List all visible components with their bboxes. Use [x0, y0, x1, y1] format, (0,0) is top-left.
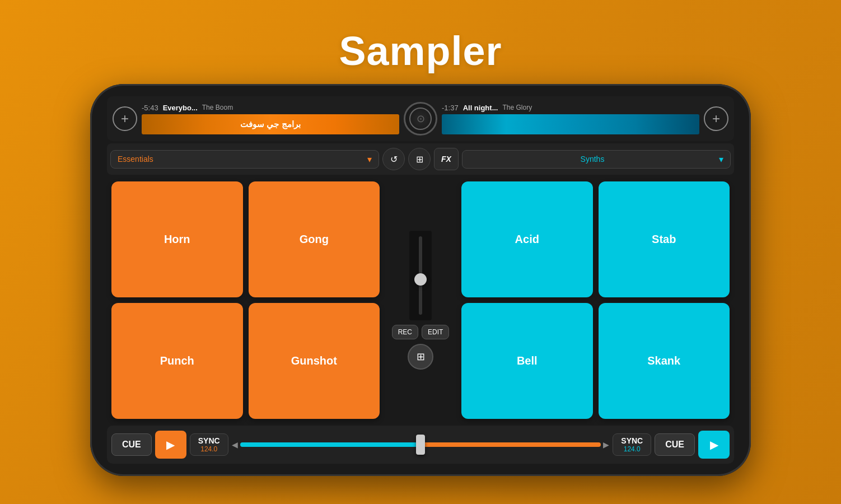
- waveform-right: [442, 114, 699, 134]
- pad-bell[interactable]: Bell: [461, 303, 593, 419]
- sync-left-value: 124.0: [200, 445, 217, 453]
- crossfader-thumb: [416, 435, 425, 455]
- add-left-button[interactable]: +: [113, 106, 137, 131]
- crossfader-left-fill: [240, 442, 421, 447]
- arabic-text: برامج جي سوفت: [240, 119, 300, 129]
- deck-left-artist: The Boom: [202, 104, 233, 111]
- pad-gunshot[interactable]: Gunshot: [249, 303, 380, 419]
- add-right-button[interactable]: +: [704, 106, 728, 131]
- refresh-button[interactable]: ↺: [382, 148, 405, 170]
- app-title: Sampler: [339, 28, 502, 74]
- play-right-button[interactable]: ▶: [698, 431, 730, 459]
- pad-stab-label: Stab: [652, 233, 676, 246]
- pad-horn[interactable]: Horn: [111, 181, 243, 297]
- pad-gunshot-label: Gunshot: [291, 354, 337, 367]
- rec-label: REC: [398, 328, 412, 336]
- fx-label: FX: [441, 155, 451, 164]
- mixer-icon: ⊞: [416, 154, 423, 165]
- deck-left-time: -5:43: [142, 104, 158, 112]
- top-deck: + -5:43 Everybo... The Boom برامج جي سوف…: [107, 96, 734, 141]
- center-controls: REC EDIT ⊞: [384, 177, 457, 423]
- controls-row: Essentials ▾ ↺ ⊞ FX Synths ▾: [107, 143, 734, 175]
- deck-right-artist: The Glory: [502, 104, 532, 111]
- cue-left-label: CUE: [122, 440, 141, 449]
- refresh-icon: ↺: [390, 154, 398, 165]
- deck-right: -1:37 All night... The Glory: [442, 104, 699, 134]
- cue-left-button[interactable]: CUE: [111, 433, 152, 456]
- deck-right-track: All night...: [463, 104, 498, 112]
- pad-acid[interactable]: Acid: [461, 181, 593, 297]
- sync-right-value: 124.0: [624, 445, 641, 453]
- vertical-slider[interactable]: [409, 231, 432, 320]
- crossfader-right-arrow-icon: ▶: [603, 440, 609, 449]
- pad-gong[interactable]: Gong: [249, 181, 380, 297]
- pad-horn-label: Horn: [164, 233, 190, 246]
- sync-left-label: SYNC: [198, 436, 220, 445]
- phone-device: + -5:43 Everybo... The Boom برامج جي سوف…: [90, 84, 751, 476]
- essentials-arrow-icon: ▾: [367, 154, 372, 165]
- rec-edit-row: REC EDIT: [392, 325, 450, 339]
- grid-icon: ⊞: [417, 351, 425, 363]
- pad-skank-label: Skank: [647, 354, 680, 367]
- synths-arrow-icon: ▾: [719, 154, 723, 165]
- play-left-button[interactable]: ▶: [155, 431, 186, 459]
- vertical-slider-track: [419, 236, 422, 315]
- sync-right-label: SYNC: [621, 436, 643, 445]
- crossfader-track[interactable]: [240, 442, 601, 447]
- sync-left-button[interactable]: SYNC 124.0: [190, 433, 228, 456]
- cue-right-label: CUE: [665, 440, 684, 449]
- main-content: Horn Gong Punch Gunshot REC: [107, 177, 734, 423]
- deck-left-info: -5:43 Everybo... The Boom: [142, 104, 399, 112]
- edit-button[interactable]: EDIT: [422, 325, 449, 339]
- sync-right-button[interactable]: SYNC 124.0: [613, 433, 651, 456]
- synths-dropdown[interactable]: Synths ▾: [462, 150, 731, 169]
- crossfader-left-arrow-icon: ◀: [232, 440, 238, 449]
- vertical-slider-thumb: [414, 273, 427, 286]
- pad-stab[interactable]: Stab: [599, 181, 730, 297]
- waveform-overlay: برامج جي سوفت: [142, 114, 399, 134]
- mixer-button[interactable]: ⊞: [408, 148, 431, 170]
- essentials-label: Essentials: [118, 155, 153, 164]
- crossfader-right-fill: [421, 442, 601, 447]
- pads-right: Acid Stab Bell Skank: [457, 177, 734, 423]
- play-right-icon: ▶: [710, 438, 718, 451]
- dj-logo-inner: ⊙: [409, 108, 432, 130]
- pads-left: Horn Gong Punch Gunshot: [107, 177, 384, 423]
- pad-punch-label: Punch: [160, 354, 194, 367]
- play-left-icon: ▶: [166, 438, 175, 451]
- synths-label: Synths: [469, 155, 716, 164]
- pad-bell-label: Bell: [517, 354, 538, 367]
- deck-left: -5:43 Everybo... The Boom برامج جي سوفت: [142, 104, 399, 134]
- pad-gong-label: Gong: [300, 233, 329, 246]
- bottom-transport: CUE ▶ SYNC 124.0 ◀ ▶ SYNC 124.0 CU: [107, 426, 734, 464]
- pad-skank[interactable]: Skank: [599, 303, 730, 419]
- dj-logo[interactable]: ⊙: [404, 102, 437, 136]
- essentials-dropdown[interactable]: Essentials ▾: [110, 150, 379, 169]
- fx-button[interactable]: FX: [434, 148, 459, 170]
- waveform-left: برامج جي سوفت: [142, 114, 399, 134]
- crossfader-container: ◀ ▶: [232, 440, 610, 449]
- rec-button[interactable]: REC: [392, 325, 418, 339]
- pad-acid-label: Acid: [515, 233, 539, 246]
- cue-right-button[interactable]: CUE: [655, 433, 695, 456]
- deck-right-info: -1:37 All night... The Glory: [442, 104, 699, 112]
- deck-right-time: -1:37: [442, 104, 459, 112]
- deck-left-track: Everybo...: [163, 104, 198, 112]
- grid-button[interactable]: ⊞: [408, 344, 433, 370]
- pad-punch[interactable]: Punch: [111, 303, 243, 419]
- edit-label: EDIT: [428, 328, 443, 336]
